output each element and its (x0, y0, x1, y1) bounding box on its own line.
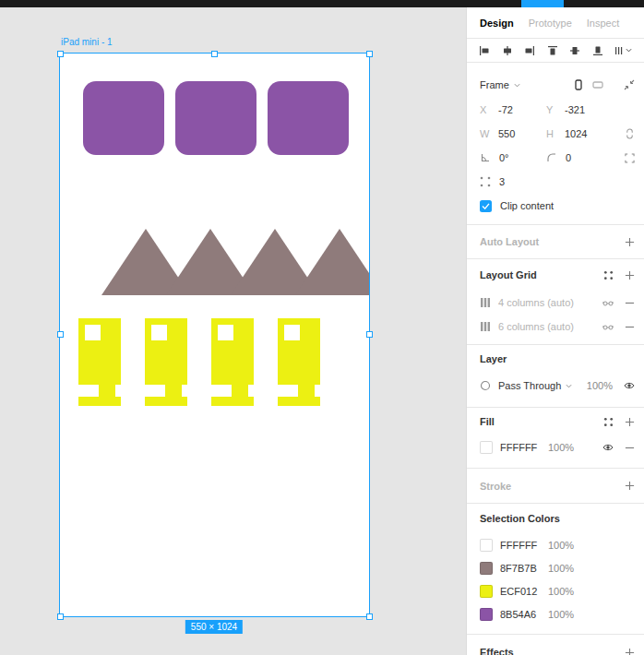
remove-grid-button[interactable] (625, 322, 635, 332)
remove-grid-button[interactable] (625, 298, 635, 308)
selection-handle[interactable] (57, 613, 64, 620)
align-horizontal-centers-icon[interactable] (502, 45, 513, 56)
width-field[interactable]: W 550 (480, 128, 546, 139)
fill-hex-value[interactable]: FFFFFF (500, 442, 548, 453)
frame[interactable] (60, 54, 369, 616)
triangle-shape[interactable] (295, 229, 369, 295)
effects-section: Effects (467, 635, 644, 655)
layer-opacity-field[interactable]: 100% (587, 380, 613, 391)
selection-handle[interactable] (211, 51, 218, 57)
color-swatch[interactable] (480, 585, 493, 598)
yellow-pump-shape[interactable] (78, 318, 121, 406)
rotation-field[interactable]: 0° (480, 152, 546, 163)
y-position-field[interactable]: Y -321 (546, 104, 613, 115)
grid-settings-icon[interactable] (602, 297, 614, 308)
color-opacity-value[interactable]: 100% (548, 540, 574, 551)
blend-mode-dropdown[interactable]: Pass Through (498, 380, 572, 391)
color-hex-value[interactable]: 8F7B7B (500, 563, 548, 574)
add-fill-button[interactable] (625, 417, 635, 427)
resize-to-fit-icon[interactable] (624, 79, 635, 90)
color-swatch[interactable] (480, 608, 493, 621)
add-effect-button[interactable] (625, 648, 635, 655)
align-left-icon[interactable] (479, 45, 490, 56)
eye-icon[interactable] (602, 442, 614, 453)
tab-prototype[interactable]: Prototype (529, 18, 572, 29)
add-stroke-button[interactable] (625, 481, 635, 491)
effects-title: Effects (480, 647, 514, 655)
color-swatch[interactable] (480, 562, 493, 575)
fill-row[interactable]: FFFFFF 100% (467, 435, 644, 459)
layout-grid-row[interactable]: 6 columns (auto) (467, 315, 644, 339)
fill-color-swatch[interactable] (480, 441, 493, 454)
selection-color-row[interactable]: ECF012 100% (467, 579, 644, 602)
selection-handle[interactable] (366, 613, 373, 620)
corner-radius-field[interactable]: 0 (546, 152, 613, 163)
color-hex-value[interactable]: FFFFFF (500, 540, 548, 551)
portrait-orientation-button[interactable] (573, 79, 584, 90)
constrain-proportions-icon[interactable] (625, 128, 635, 139)
inspector-tabs: Design Prototype Inspect (467, 7, 644, 39)
check-icon (482, 203, 490, 209)
layer-section: Layer Pass Through 100% (467, 345, 644, 408)
rotation-angle-icon (480, 152, 491, 163)
align-bottom-icon[interactable] (592, 45, 603, 56)
tab-inspect[interactable]: Inspect (587, 18, 619, 29)
canvas[interactable]: iPad mini - 1 (0, 7, 466, 655)
add-auto-layout-button[interactable] (625, 237, 635, 247)
landscape-orientation-button[interactable] (592, 79, 603, 90)
purple-rounded-square[interactable] (83, 81, 164, 155)
pump-window (151, 325, 167, 340)
fill-opacity-value[interactable]: 100% (548, 442, 574, 453)
yellow-pump-shape[interactable] (211, 318, 254, 406)
align-right-icon[interactable] (524, 45, 535, 56)
color-opacity-value[interactable]: 100% (548, 563, 574, 574)
clip-content-checkbox[interactable] (480, 200, 492, 212)
tab-design[interactable]: Design (480, 18, 514, 29)
selection-handle[interactable] (57, 51, 64, 57)
fill-section: Fill FFFFFF 100% (467, 408, 644, 469)
layout-grid-section: Layout Grid 4 columns (auto) (467, 259, 644, 345)
selection-handle[interactable] (57, 331, 64, 338)
independent-corners-toggle-icon[interactable] (625, 153, 635, 163)
selection-handle[interactable] (366, 51, 373, 57)
eye-icon[interactable] (624, 380, 635, 391)
purple-rounded-square[interactable] (175, 81, 256, 155)
align-top-icon[interactable] (547, 45, 558, 56)
blend-mode-value: Pass Through (498, 380, 561, 391)
layout-grid-row[interactable]: 4 columns (auto) (467, 291, 644, 315)
fill-styles-icon[interactable] (603, 417, 614, 427)
selection-color-row[interactable]: 8F7B7B 100% (467, 556, 644, 579)
grid-styles-icon[interactable] (603, 270, 614, 280)
rotation-value: 0° (499, 152, 509, 163)
selection-color-row[interactable]: FFFFFF 100% (467, 533, 644, 556)
frame-name-label[interactable]: iPad mini - 1 (61, 37, 113, 47)
color-opacity-value[interactable]: 100% (548, 586, 574, 597)
color-hex-value[interactable]: ECF012 (500, 586, 548, 597)
add-layout-grid-button[interactable] (625, 270, 635, 280)
corner-dots-icon (480, 176, 491, 187)
pump-stub (99, 385, 115, 397)
align-vertical-centers-icon[interactable] (569, 45, 580, 56)
frame-type-dropdown[interactable]: Frame (480, 79, 520, 90)
stroke-section: Stroke (467, 469, 644, 504)
share-button[interactable] (521, 0, 564, 7)
selection-color-row[interactable]: 8B54A6 100% (467, 602, 644, 625)
purple-rounded-square[interactable] (268, 81, 349, 155)
height-field[interactable]: H 1024 (546, 128, 613, 139)
frame-type-label: Frame (480, 79, 509, 90)
selection-handle[interactable] (366, 331, 373, 338)
yellow-pump-shape[interactable] (145, 318, 187, 406)
corner-radius-value: 0 (566, 152, 571, 163)
color-opacity-value[interactable]: 100% (548, 609, 574, 620)
yellow-pump-shape[interactable] (278, 318, 320, 406)
triangle-shapes[interactable] (101, 229, 369, 295)
pump-base (78, 397, 121, 406)
corner-count-field[interactable]: 3 (480, 176, 546, 187)
remove-fill-button[interactable] (625, 443, 635, 453)
distribute-options-icon[interactable] (614, 45, 632, 56)
color-swatch[interactable] (480, 539, 493, 552)
x-position-field[interactable]: X -72 (480, 104, 546, 115)
frame-properties-section: Frame X -72 Y -321 (467, 63, 644, 225)
grid-settings-icon[interactable] (602, 321, 614, 332)
color-hex-value[interactable]: 8B54A6 (500, 609, 548, 620)
